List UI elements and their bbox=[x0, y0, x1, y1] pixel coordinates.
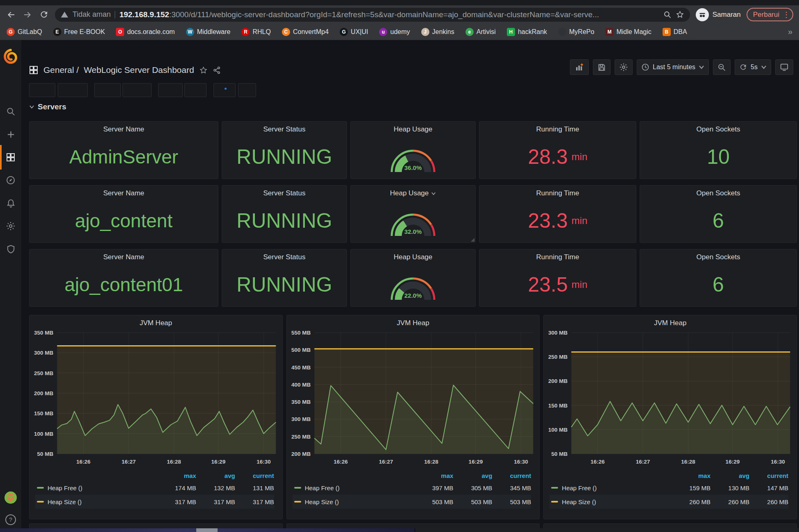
template-variable-box[interactable] bbox=[238, 83, 256, 97]
chart-plot-area[interactable]: 200 MB250 MB300 MB350 MB400 MB450 MB500 … bbox=[287, 328, 540, 468]
panel-title[interactable]: Heap Usage bbox=[351, 122, 475, 135]
legend-series-name[interactable]: Heap Free () bbox=[549, 481, 672, 495]
template-variable-box[interactable] bbox=[58, 83, 88, 97]
panel-title[interactable]: Running Time bbox=[479, 249, 636, 263]
legend-series-name[interactable]: Heap Size () bbox=[293, 495, 415, 509]
panel-title[interactable]: Open Sockets bbox=[640, 186, 797, 199]
bookmark-dba[interactable]: BDBA bbox=[663, 28, 687, 36]
legend-series-name[interactable]: Heap Size () bbox=[549, 495, 672, 509]
panel-value-area: 23.3min bbox=[479, 199, 636, 242]
time-range-picker[interactable]: Last 5 minutes bbox=[637, 59, 709, 75]
sidebar-item-server-admin[interactable] bbox=[0, 239, 21, 259]
panel-title[interactable]: Running Time bbox=[479, 122, 636, 135]
reload-button[interactable] bbox=[39, 9, 49, 20]
back-button[interactable] bbox=[6, 9, 16, 20]
panel-title[interactable]: Server Status bbox=[222, 122, 347, 135]
add-panel-button[interactable] bbox=[570, 59, 589, 75]
panel-title[interactable]: Open Sockets bbox=[640, 122, 797, 135]
breadcrumb-folder[interactable]: General / bbox=[43, 65, 79, 75]
grafana-logo[interactable] bbox=[0, 44, 21, 69]
template-variable-box[interactable] bbox=[184, 83, 207, 97]
panel-title[interactable]: Open Sockets bbox=[640, 249, 797, 263]
panel-title[interactable]: Server Name bbox=[30, 249, 218, 263]
chart-plot-area[interactable]: 50 MB100 MB150 MB200 MB250 MB300 MB16:26… bbox=[544, 328, 797, 468]
bookmark-artivisi[interactable]: eArtivisi bbox=[465, 28, 496, 36]
search-in-page-icon[interactable] bbox=[663, 11, 672, 19]
legend-series-name[interactable]: Heap Free () bbox=[35, 481, 157, 495]
bookmark-middleware[interactable]: WMiddleware bbox=[186, 28, 231, 36]
sidebar-user-avatar[interactable] bbox=[0, 488, 21, 507]
scrollbar-thumb[interactable] bbox=[196, 528, 218, 532]
bookmark-ux-ui[interactable]: GUX|UI bbox=[340, 28, 368, 36]
stat-panel-heap-row2: Heap Usage22.0% bbox=[350, 249, 476, 307]
sidebar-item-explore[interactable] bbox=[0, 170, 21, 190]
bookmark-myrepo[interactable]: MyRePo bbox=[558, 28, 594, 36]
cycle-view-mode-button[interactable] bbox=[775, 59, 793, 75]
bookmark-hackrank[interactable]: HhackRank bbox=[507, 28, 547, 36]
bookmarks-overflow-chevron[interactable]: » bbox=[788, 27, 792, 36]
panel-title[interactable]: Server Status bbox=[222, 186, 347, 199]
svg-text:16:26: 16:26 bbox=[76, 459, 91, 465]
dashboard-settings-button[interactable] bbox=[615, 59, 633, 75]
stat-panel-status-row0: Server StatusRUNNING bbox=[222, 121, 347, 179]
legend-series-name[interactable]: Heap Size () bbox=[35, 495, 157, 509]
save-dashboard-button[interactable] bbox=[593, 59, 611, 75]
bookmark-convertmp4[interactable]: CConvertMp4 bbox=[282, 28, 329, 36]
panel-title[interactable]: JVM Heap bbox=[287, 315, 540, 328]
name-value: ajo_content bbox=[75, 211, 173, 230]
heap-usage-gauge: 36.0% bbox=[382, 138, 444, 176]
refresh-picker[interactable]: 5s bbox=[735, 59, 771, 75]
zoom-out-time-button[interactable] bbox=[713, 59, 731, 75]
panel-title[interactable]: Running Time bbox=[479, 186, 636, 199]
sidebar-item-dashboards[interactable] bbox=[0, 147, 21, 167]
row-header-servers[interactable]: Servers bbox=[29, 102, 797, 112]
bookmark-midle-magic[interactable]: MMidle Magic bbox=[605, 28, 651, 36]
url-bar[interactable]: Tidak aman 192.168.9.152:3000/d/111/webl… bbox=[55, 8, 690, 22]
panel-title[interactable]: Heap Usage bbox=[351, 186, 475, 199]
browser-menu-icon[interactable]: ⋮ bbox=[783, 13, 790, 17]
share-icon[interactable] bbox=[213, 66, 221, 75]
sidebar-item-alerting[interactable] bbox=[0, 193, 21, 213]
panel-title[interactable]: Server Name bbox=[30, 186, 218, 199]
profile-chip[interactable]: Samaran bbox=[696, 8, 741, 21]
bookmark-star-icon[interactable] bbox=[676, 10, 684, 19]
bookmark-docs-oracle-com[interactable]: Odocs.oracle.com bbox=[116, 28, 175, 36]
bookmark-free-e-book[interactable]: EFree E-BOOK bbox=[53, 28, 105, 36]
panel-value-area: 6 bbox=[640, 263, 797, 306]
bookmark-udemy[interactable]: uudemy bbox=[379, 28, 410, 36]
panel-title[interactable]: JVM Heap bbox=[30, 315, 282, 328]
sidebar-item-help[interactable]: ? bbox=[0, 510, 21, 530]
template-variable-box[interactable] bbox=[123, 83, 152, 97]
panel-menu-caret-icon[interactable] bbox=[431, 192, 436, 195]
sidebar-item-configuration[interactable] bbox=[0, 216, 21, 236]
refresh-interval-label: 5s bbox=[751, 63, 758, 71]
legend-column-header: current bbox=[492, 470, 531, 481]
plus-icon bbox=[6, 130, 16, 139]
browser-update-button[interactable]: Perbarui ⋮ bbox=[747, 8, 793, 21]
favorite-star-icon[interactable] bbox=[199, 66, 208, 75]
sidebar-item-search[interactable] bbox=[0, 102, 21, 121]
panel-title[interactable]: Server Status bbox=[222, 249, 347, 263]
template-variable-box[interactable] bbox=[213, 83, 236, 97]
forward-button[interactable] bbox=[22, 9, 33, 20]
svg-text:350 MB: 350 MB bbox=[34, 330, 54, 336]
panel-title[interactable]: Server Name bbox=[30, 122, 218, 135]
bookmark-jenkins[interactable]: JJenkins bbox=[421, 28, 454, 36]
sidebar-item-create[interactable] bbox=[0, 125, 21, 144]
svg-text:16:29: 16:29 bbox=[468, 459, 483, 465]
breadcrumb[interactable]: General / WebLogic Server Dashboard bbox=[29, 65, 221, 75]
template-variable-box[interactable] bbox=[158, 83, 183, 97]
bookmark-rhlq[interactable]: RRHLQ bbox=[241, 28, 270, 36]
panel-resize-handle[interactable] bbox=[471, 238, 474, 242]
template-variable-box[interactable] bbox=[29, 83, 55, 97]
chart-plot-area[interactable]: 50 MB100 MB150 MB200 MB250 MB300 MB350 M… bbox=[30, 328, 282, 468]
svg-text:16:28: 16:28 bbox=[681, 459, 696, 465]
legend-series-name[interactable]: Heap Free () bbox=[293, 481, 415, 495]
bookmark-label: MyRePo bbox=[569, 28, 594, 36]
template-variable-box[interactable] bbox=[94, 83, 121, 97]
grafana-app: ? General / WebLogic Server Dashboard bbox=[0, 40, 799, 532]
panel-title[interactable]: JVM Heap bbox=[544, 315, 797, 328]
bookmark-gitlabq[interactable]: GGitLabQ bbox=[7, 28, 42, 36]
dashboards-grid-icon bbox=[6, 152, 16, 162]
panel-title[interactable]: Heap Usage bbox=[351, 249, 475, 263]
